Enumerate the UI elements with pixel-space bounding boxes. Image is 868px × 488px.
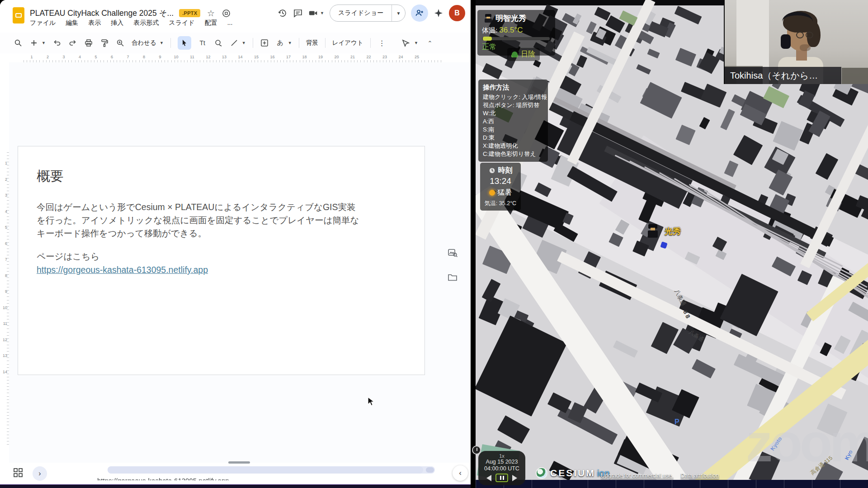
playback-speed: 1x — [478, 453, 525, 459]
document-status-icon[interactable] — [221, 8, 231, 18]
more-options-icon[interactable]: ⋮ — [377, 38, 387, 47]
new-slide-dropdown-icon[interactable]: ▼ — [42, 41, 46, 45]
filmstrip-expand-button[interactable]: › — [33, 466, 47, 481]
slide-body-text[interactable]: 今回はゲームという形でCesium × PLATEAUによるインタラクティブなG… — [37, 201, 407, 240]
document-title[interactable]: PLATEAU CityHack Challenge 2025 そ... — [30, 8, 174, 19]
toolbar-divider — [325, 38, 326, 48]
cesium-timeline[interactable] — [476, 480, 868, 488]
ruler-number: 2 — [1, 177, 7, 182]
text-box-icon[interactable]: Tt — [198, 38, 207, 47]
insert-image-icon[interactable] — [260, 38, 269, 47]
notes-drag-handle[interactable] — [228, 461, 250, 464]
insert-text-kana-icon[interactable]: あ — [276, 38, 285, 47]
collapse-toolbar-icon[interactable]: ⌃ — [425, 38, 434, 47]
comments-icon[interactable] — [293, 8, 303, 18]
menu-item[interactable]: 表示 — [88, 19, 101, 27]
ruler-number: 11 — [188, 55, 196, 59]
zoom-in-icon[interactable] — [116, 38, 125, 47]
explore-images-icon[interactable] — [447, 248, 458, 258]
menu-bar: ファイル編集表示挿入表示形式スライド配置... — [30, 19, 232, 27]
account-avatar[interactable]: B — [449, 5, 465, 21]
time-weather-panel: 時刻 13:24 猛暑 気温: 35.2°C — [480, 163, 521, 211]
character-name-label: 光秀 — [665, 226, 681, 237]
line-tool-icon[interactable] — [230, 38, 239, 47]
weather-label: 猛暑 — [498, 188, 512, 197]
menu-item[interactable]: 編集 — [66, 19, 78, 27]
grid-view-icon[interactable] — [13, 467, 25, 480]
ruler-number: 2 — [44, 55, 52, 59]
zoom-fit-button[interactable]: 合わせる — [132, 39, 156, 47]
camera-dropdown-icon[interactable]: ▼ — [320, 11, 324, 15]
ruler-number: 16 — [269, 55, 277, 59]
building-block — [720, 109, 735, 130]
pointer-dropdown-icon[interactable]: ▼ — [414, 41, 418, 45]
redo-icon[interactable] — [68, 38, 77, 47]
slide-page[interactable]: 概要 今回はゲームという形でCesium × PLATEAUによるインタラクティ… — [18, 146, 425, 375]
select-tool-icon[interactable] — [178, 36, 191, 50]
meet-camera-icon[interactable] — [308, 8, 318, 18]
menu-item[interactable]: 表示形式 — [133, 19, 159, 27]
layout-button[interactable]: レイアウト — [332, 39, 363, 47]
menu-item[interactable]: スライド — [169, 19, 194, 27]
player-sprite-icon — [485, 14, 492, 23]
menu-item[interactable]: 挿入 — [111, 19, 123, 27]
slideshow-split-button[interactable]: スライドショー ▼ — [330, 5, 406, 22]
search-icon[interactable] — [14, 38, 23, 47]
temp-gauge — [482, 37, 550, 40]
star-icon[interactable]: ☆ — [206, 8, 216, 18]
ruler-number: 10 — [172, 55, 180, 59]
line-dropdown-icon[interactable]: ▼ — [242, 41, 246, 45]
data-attribution-link[interactable]: Data attribution — [680, 473, 719, 479]
control-line: 視点ボタン: 場所切替 — [483, 101, 543, 109]
slide-canvas: 概要 今回はゲームという形でCesium × PLATEAUによるインタラクティ… — [9, 62, 471, 463]
slideshow-label[interactable]: スライドショー — [330, 9, 392, 17]
vertical-ruler: 1234567891011121314 — [0, 61, 9, 463]
step-forward-icon[interactable] — [512, 475, 517, 481]
person-beard — [800, 44, 811, 51]
netlify-link[interactable]: https://gorgeous-kashata-613095.netlify.… — [37, 265, 208, 275]
building-block — [724, 160, 739, 177]
sim-clock: 04:00:00 UTC — [478, 465, 525, 472]
menu-item[interactable]: ファイル — [30, 19, 56, 27]
zoom-fit-dropdown-icon[interactable]: ▼ — [160, 41, 164, 45]
building-block — [733, 135, 763, 165]
slideshow-dropdown-icon[interactable]: ▼ — [392, 5, 405, 21]
slides-logo-icon[interactable] — [13, 7, 24, 23]
background-button[interactable]: 背景 — [306, 39, 318, 47]
webcam-video-tile[interactable]: Tokihisa（それから… — [724, 0, 868, 84]
version-history-icon[interactable] — [278, 8, 288, 18]
menu-item[interactable]: ... — [227, 19, 233, 27]
building-block — [699, 117, 710, 129]
laser-pointer-icon[interactable] — [401, 38, 410, 47]
cesium-game-view[interactable]: 八条通 8 8 八条通 高倉通 115 P Kyoto Kyo zoom 明智光… — [471, 0, 868, 488]
new-slide-button[interactable] — [29, 38, 38, 47]
body-line: 今回はゲームという形でCesium × PLATEAUによるインタラクティブなG… — [37, 201, 407, 214]
horizontal-scrollbar[interactable] — [108, 466, 435, 474]
upgrade-link[interactable]: Upgrade for commercial use. — [601, 473, 673, 479]
slide-heading[interactable]: 概要 — [37, 167, 64, 186]
ruler-number: 5 — [1, 225, 7, 230]
folder-icon[interactable] — [447, 272, 458, 283]
pause-button[interactable] — [495, 474, 508, 482]
menu-item[interactable]: 配置 — [205, 19, 217, 27]
control-line: X:建物透明化 — [483, 142, 543, 150]
cesium-clock-icon[interactable] — [472, 446, 481, 455]
ruler-number: 19 — [316, 55, 325, 59]
ruler-number: 17 — [284, 55, 292, 59]
share-add-person-button[interactable] — [411, 5, 428, 22]
gemini-sparkle-icon[interactable] — [434, 8, 443, 18]
shape-tool-icon[interactable] — [214, 38, 223, 47]
print-icon[interactable] — [84, 38, 93, 47]
undo-icon[interactable] — [52, 38, 61, 47]
paint-format-icon[interactable] — [100, 38, 109, 47]
toolbar-divider — [170, 38, 171, 48]
cesium-globe-icon — [536, 467, 547, 479]
body-temp-label: 体温: — [482, 26, 497, 34]
step-back-icon[interactable] — [486, 475, 491, 481]
kana-dropdown-icon[interactable]: ▼ — [288, 41, 292, 45]
collapse-panel-button[interactable]: ‹ — [453, 465, 468, 481]
cesium-animation-widget[interactable]: 1x Aug 15 2023 04:00:00 UTC — [478, 451, 525, 485]
ruler-number: 1 — [28, 55, 36, 59]
ruler-number: 4 — [76, 55, 84, 59]
control-line: W:北 — [483, 109, 543, 117]
